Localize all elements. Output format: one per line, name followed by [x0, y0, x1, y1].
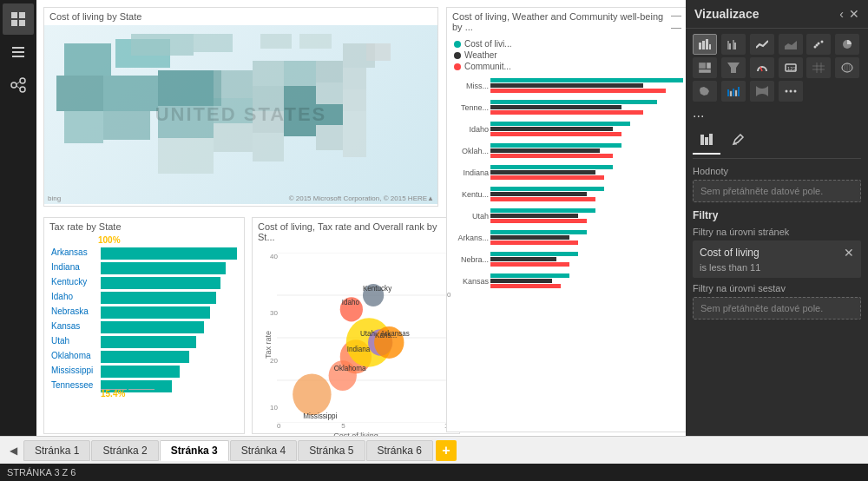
viz-icon-grouped-bar[interactable] — [721, 34, 746, 55]
panel-nav-prev[interactable]: ‹ — [839, 7, 844, 21]
hbar-group-indiana — [490, 165, 686, 180]
hbar-weather-kansas — [490, 279, 552, 283]
viz-icon-area[interactable] — [779, 34, 803, 55]
panel-tab-fields[interactable] — [693, 129, 720, 155]
svg-text:Kentucky: Kentucky — [363, 283, 392, 292]
viz-icon-line[interactable] — [750, 34, 774, 55]
hbar-group-miss — [490, 78, 686, 93]
viz-icon-funnel[interactable] — [721, 57, 746, 78]
bar-fill-oklahoma — [101, 351, 189, 363]
viz-icon-more1[interactable] — [779, 81, 803, 102]
svg-text:Mississippi: Mississippi — [303, 411, 337, 419]
left-sidebar — [0, 0, 36, 436]
viz-icon-map[interactable] — [835, 57, 859, 78]
page-tab-3[interactable]: Stránka 3 — [160, 440, 229, 461]
bar-label-oklahoma: Oklahoma — [51, 351, 91, 360]
bar-bottom-pct: 15.4% — [101, 389, 125, 399]
hbar-state-arkans: Arkans... — [450, 234, 489, 242]
sidebar-model-icon[interactable] — [3, 69, 34, 101]
filter-card-close-btn[interactable]: ✕ — [844, 246, 854, 260]
bar-label-nebraska: Nebraska — [51, 306, 89, 316]
svg-rect-62 — [730, 91, 732, 96]
viz-icon-card[interactable]: 123 — [779, 57, 803, 78]
map-copyright: © 2015 Microsoft Corporation, © 2015 HER… — [289, 194, 434, 202]
sidebar-report-icon[interactable] — [3, 3, 34, 35]
svg-rect-1 — [19, 12, 25, 18]
x-tick-0: 0 — [277, 422, 280, 430]
hbar-group-utah — [490, 208, 686, 223]
state-block-ga — [316, 125, 344, 150]
sidebar-data-icon[interactable] — [3, 36, 34, 68]
hbar-cost-kansas — [490, 273, 569, 278]
status-text: STRÁNKA 3 Z 6 — [7, 467, 76, 478]
svg-rect-63 — [733, 89, 734, 96]
svg-rect-48 — [707, 63, 711, 69]
panel-title: Vizualizace — [694, 7, 759, 21]
status-bar: STRÁNKA 3 Z 6 — [0, 464, 868, 481]
state-block-mn — [194, 34, 233, 52]
viz-icon-bar[interactable] — [693, 34, 717, 55]
svg-point-8 — [20, 78, 25, 83]
bar-row-oklahoma: Oklahoma — [101, 351, 237, 363]
bar-row-indiana: Indiana — [101, 262, 237, 274]
viz-icon-pie[interactable] — [835, 34, 859, 55]
hbar-state-utah: Utah — [450, 212, 489, 221]
viz-icon-scatter[interactable] — [806, 34, 831, 55]
hbar-comm-oklah — [490, 154, 613, 158]
state-block-sc — [343, 111, 366, 133]
svg-text:Arkansas: Arkansas — [380, 329, 410, 338]
bubble-x-label: Cost of living — [333, 432, 378, 436]
bar-fill-indiana — [101, 262, 226, 274]
svg-text:Oklahoma: Oklahoma — [334, 364, 366, 372]
state-block-mi — [299, 34, 331, 48]
state-block-nv — [56, 76, 103, 111]
page-tab-6[interactable]: Stránka 6 — [366, 440, 433, 461]
hbar-state-kansas: Kansas — [450, 277, 489, 286]
hbar-area: Miss... Tenne... — [447, 75, 686, 299]
hbar-state-indiana: Indiana — [450, 168, 489, 177]
page-tab-5[interactable]: Stránka 5 — [298, 440, 365, 461]
hbar-cost-utah — [490, 208, 595, 213]
bar-label-indiana: Indiana — [51, 262, 80, 272]
state-block-oh — [316, 61, 344, 82]
filter-card-value: is less than 11 — [700, 262, 854, 273]
page-tab-2[interactable]: Stránka 2 — [91, 440, 158, 461]
viz-icon-filled-map[interactable] — [693, 81, 717, 102]
state-block-az — [64, 111, 103, 143]
hbar-row-idaho: Idaho — [490, 122, 686, 136]
page-tab-1[interactable]: Stránka 1 — [23, 440, 90, 461]
svg-point-68 — [793, 90, 796, 93]
viz-icon-treemap[interactable] — [693, 57, 717, 78]
viz-icon-matrix[interactable] — [806, 57, 831, 78]
scale-indicator — [101, 389, 155, 390]
hodnoty-drop-zone[interactable]: Sem přetáhněte datové pole. — [693, 180, 861, 202]
svg-marker-50 — [727, 63, 740, 73]
state-block-idaho — [64, 43, 111, 76]
panel-tabs — [693, 129, 861, 159]
page-nav-prev[interactable]: ◀ — [3, 440, 23, 461]
filtry-report-drop-zone[interactable]: Sem přetáhněte datové pole. — [693, 297, 861, 320]
bar-row-utah: Utah — [101, 336, 237, 348]
viz-icon-gauge[interactable] — [750, 57, 774, 78]
bar-row-kansas: Kansas — [101, 321, 237, 333]
panel-tab-format[interactable] — [724, 129, 752, 155]
svg-rect-69 — [700, 135, 704, 145]
page-tab-4[interactable]: Stránka 4 — [230, 440, 297, 461]
panel-nav-close[interactable]: ✕ — [849, 7, 859, 21]
svg-point-9 — [20, 87, 25, 92]
bar-fill-idaho — [101, 292, 216, 304]
viz-more-dots[interactable]: ··· — [693, 109, 861, 124]
viz-icon-ribbon[interactable] — [750, 81, 774, 102]
x-tick-5: 5 — [341, 422, 345, 430]
bar-label-idaho: Idaho — [51, 292, 73, 301]
bottom-bar: ◀ Stránka 1 Stránka 2 Stránka 3 Stránka … — [0, 436, 868, 464]
hbar-cost-nebra — [490, 252, 578, 256]
viz-icon-waterfall[interactable] — [721, 81, 746, 102]
add-page-button[interactable]: + — [436, 440, 457, 461]
svg-rect-65 — [738, 87, 740, 96]
hbar-row-tenne: Tenne... — [490, 100, 686, 115]
hbar-state-tenne: Tenne... — [450, 103, 489, 112]
hbar-weather-indiana — [490, 170, 595, 175]
chart-legend: Cost of livi... Weather Communit... — [447, 36, 686, 75]
map-us-label: UNITED STATES — [155, 103, 327, 126]
